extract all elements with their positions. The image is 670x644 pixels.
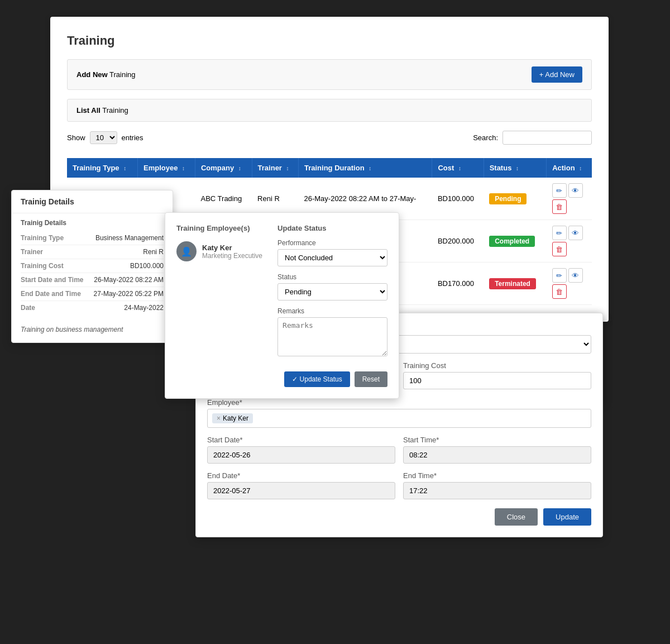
- action-row-bottom: 🗑: [552, 284, 586, 299]
- add-new-bar: Add New Training + Add New: [67, 59, 592, 90]
- delete-button[interactable]: 🗑: [552, 284, 567, 299]
- end-time-input[interactable]: 17:22: [403, 482, 591, 499]
- col-training-type[interactable]: Training Type ↕: [67, 158, 137, 178]
- cell-status: Pending: [484, 178, 547, 220]
- action-row-top: ✏ 👁: [552, 183, 586, 198]
- detail-value: 24-May-2022: [124, 304, 164, 312]
- detail-label: Training Cost: [21, 262, 64, 270]
- training-details-modal: Trainig Details Trainig Details Training…: [11, 190, 173, 343]
- cell-status: Completed: [484, 220, 547, 263]
- add-new-label: Add New Training: [76, 70, 136, 79]
- sort-icon-status: ↕: [516, 165, 519, 171]
- details-section-title: Trainig Details: [21, 219, 164, 227]
- update-status-modal: Training Employee(s) 👤 Katy Ker Marketin…: [165, 212, 399, 399]
- close-button[interactable]: Close: [495, 508, 538, 526]
- cell-action: ✏ 👁 🗑: [547, 178, 592, 220]
- col-company[interactable]: Company ↕: [195, 158, 252, 178]
- cell-cost: BD200.000: [432, 220, 484, 263]
- action-buttons: ✏ 👁 🗑: [552, 268, 586, 299]
- delete-button[interactable]: 🗑: [552, 242, 567, 256]
- col-duration[interactable]: Training Duration ↕: [298, 158, 432, 178]
- performance-label: Performance: [277, 239, 387, 247]
- end-date-label: End Date*: [207, 471, 395, 480]
- cell-action: ✏ 👁 🗑: [547, 220, 592, 263]
- detail-value: Reni R: [143, 248, 164, 256]
- show-entries-control: Show 10 25 50 entries: [67, 131, 143, 144]
- update-button[interactable]: Update: [543, 508, 591, 526]
- remarks-textarea[interactable]: [277, 317, 387, 356]
- end-date-group: End Date* 2022-05-27: [207, 471, 395, 499]
- detail-row: Start Date and Time 26-May-2022 08:22 AM: [21, 273, 164, 287]
- tag-remove-icon[interactable]: ×: [217, 414, 221, 422]
- end-time-label: End Time*: [403, 471, 591, 480]
- add-new-button[interactable]: + Add New: [532, 66, 582, 83]
- employee-row: Employee* × Katy Ker: [207, 398, 591, 428]
- view-button[interactable]: 👁: [568, 226, 583, 240]
- update-section-title: Update Status: [277, 224, 387, 232]
- action-buttons: ✏ 👁 🗑: [552, 183, 586, 214]
- list-all-bar: List All Training: [67, 99, 592, 122]
- status-badge: Completed: [489, 236, 535, 247]
- list-all-label: List All Training: [76, 106, 128, 115]
- training-cost-input[interactable]: 100: [403, 372, 591, 389]
- edit-button[interactable]: ✏: [552, 183, 567, 198]
- status-select[interactable]: Pending Completed Terminated: [277, 283, 387, 300]
- update-status-button[interactable]: ✓ Update Status: [284, 371, 350, 387]
- detail-row: Training Type Business Management: [21, 231, 164, 245]
- action-row-bottom: 🗑: [552, 242, 586, 256]
- update-status-section: Update Status Performance Not Concluded …: [277, 224, 387, 365]
- detail-row: Training Cost BD100.000: [21, 259, 164, 273]
- col-employee[interactable]: Employee ↕: [137, 158, 195, 178]
- edit-button[interactable]: ✏: [552, 268, 567, 283]
- status-badge: Terminated: [489, 278, 536, 289]
- view-button[interactable]: 👁: [568, 183, 583, 198]
- reset-button[interactable]: Reset: [355, 371, 387, 387]
- employee-role: Marketing Executive: [202, 252, 262, 260]
- cell-cost: BD170.000: [432, 263, 484, 305]
- sort-icon-cost: ↕: [458, 165, 461, 171]
- entries-select[interactable]: 10 25 50: [90, 131, 117, 144]
- cell-status: Terminated: [484, 263, 547, 305]
- start-date-label: Start Date*: [207, 436, 395, 444]
- start-date-group: Start Date* 2022-05-26: [207, 436, 395, 464]
- sort-icon-trainer: ↕: [286, 165, 289, 171]
- start-date-input[interactable]: 2022-05-26: [207, 446, 395, 464]
- edit-button[interactable]: ✏: [552, 226, 567, 240]
- cell-cost: BD100.000: [432, 178, 484, 220]
- employee-label: Employee*: [207, 398, 591, 407]
- col-action[interactable]: Action ↕: [547, 158, 592, 178]
- dates-row: Start Date* 2022-05-26 Start Time* 08:22: [207, 436, 591, 464]
- sort-icon-company: ↕: [238, 165, 241, 171]
- detail-value: BD100.000: [130, 262, 164, 270]
- detail-row: Date 24-May-2022: [21, 301, 164, 314]
- show-label: Show: [67, 133, 85, 142]
- status-label: Status: [277, 273, 387, 281]
- update-btns: ✓ Update Status Reset: [176, 371, 387, 387]
- employee-tag-input[interactable]: × Katy Ker: [207, 409, 591, 428]
- status-group: Status Pending Completed Terminated: [277, 273, 387, 300]
- search-input[interactable]: [502, 131, 592, 145]
- cell-action: ✏ 👁 🗑: [547, 263, 592, 305]
- view-button[interactable]: 👁: [568, 268, 583, 283]
- form-bottom-btns: Close Update: [207, 508, 591, 526]
- delete-button[interactable]: 🗑: [552, 199, 567, 214]
- start-time-input[interactable]: 08:22: [403, 446, 591, 464]
- start-time-label: Start Time*: [403, 436, 591, 444]
- training-cost-label: Training Cost: [403, 361, 591, 370]
- table-controls: Show 10 25 50 entries Search:: [67, 131, 592, 151]
- col-trainer[interactable]: Trainer ↕: [252, 158, 298, 178]
- end-date-input[interactable]: 2022-05-27: [207, 482, 395, 499]
- action-row-top: ✏ 👁: [552, 268, 586, 283]
- col-status[interactable]: Status ↕: [484, 158, 547, 178]
- col-cost[interactable]: Cost ↕: [432, 158, 484, 178]
- training-details-modal-title: Trainig Details: [12, 190, 173, 213]
- search-label: Search:: [473, 133, 498, 142]
- employee-tag: × Katy Ker: [212, 413, 253, 423]
- sort-icon-training-type: ↕: [123, 165, 126, 171]
- training-description-text: Training on business management: [12, 320, 173, 342]
- detail-value: 27-May-2022 05:22 PM: [94, 290, 164, 298]
- entries-label: entries: [122, 133, 143, 142]
- remarks-label: Remarks: [277, 307, 387, 315]
- performance-select[interactable]: Not Concluded Concluded: [277, 249, 387, 266]
- detail-label: Training Type: [21, 234, 64, 242]
